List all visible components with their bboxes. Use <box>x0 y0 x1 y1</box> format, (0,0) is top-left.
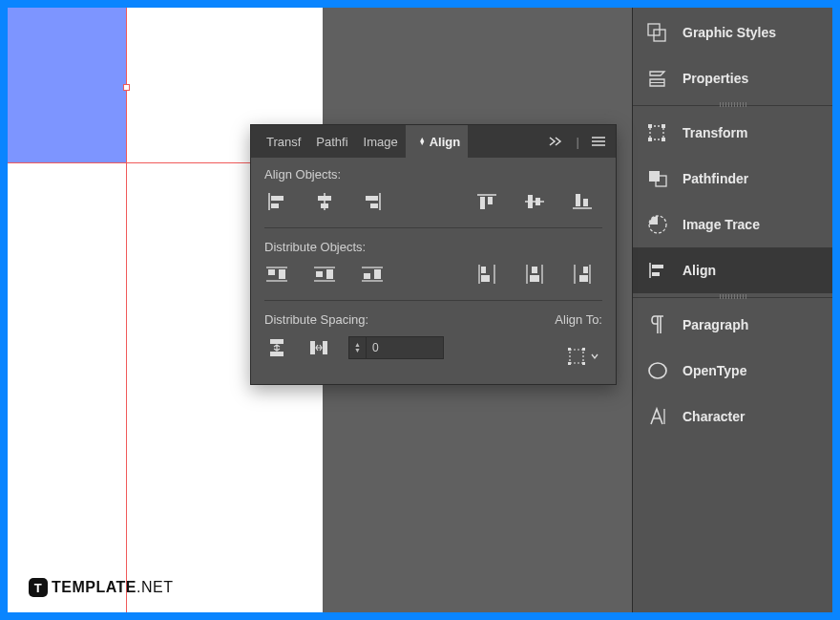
sidebar-item-opentype[interactable]: OpenType <box>633 348 832 394</box>
sidebar-label: Properties <box>682 71 748 86</box>
svg-rect-5 <box>662 124 665 128</box>
svg-rect-26 <box>366 196 378 201</box>
tab-label: Transf <box>266 135 301 149</box>
sidebar-label: Pathfinder <box>682 171 748 186</box>
align-left-button[interactable] <box>264 191 289 212</box>
transform-icon <box>646 121 669 144</box>
tab-transform[interactable]: Transf <box>259 125 308 158</box>
sidebar-divider <box>633 297 832 298</box>
align-right-button[interactable] <box>360 191 385 212</box>
distribute-top-button[interactable] <box>264 264 289 285</box>
distribute-objects-section: Distribute Objects: <box>251 230 616 298</box>
tab-label: Image <box>364 135 398 149</box>
svg-rect-46 <box>364 273 370 279</box>
svg-rect-4 <box>648 124 652 128</box>
align-top-button[interactable] <box>474 191 499 212</box>
sidebar-label: Image Trace <box>682 217 760 232</box>
distribute-vcenter-button[interactable] <box>312 264 337 285</box>
svg-rect-24 <box>321 203 328 208</box>
tab-pathfinder[interactable]: Pathfi <box>308 125 355 158</box>
selection-handle[interactable] <box>123 84 130 91</box>
guide-vertical <box>126 8 127 612</box>
distribute-vspace-button[interactable] <box>264 337 289 358</box>
panel-tabs: Transf Pathfi Image ▲▼ Align | <box>251 125 616 158</box>
svg-rect-56 <box>530 275 539 282</box>
svg-rect-55 <box>532 267 537 273</box>
align-to-dropdown[interactable] <box>564 346 602 367</box>
paragraph-icon <box>646 313 669 336</box>
align-icon <box>646 259 669 282</box>
sidebar-item-character[interactable]: Character <box>633 394 832 439</box>
selected-object[interactable] <box>8 8 127 162</box>
spacing-value: 0 <box>367 341 385 354</box>
sidebar-item-properties[interactable]: Properties <box>633 55 832 101</box>
align-panel: Transf Pathfi Image ▲▼ Align | Align Obj… <box>250 124 617 385</box>
svg-rect-13 <box>652 272 660 276</box>
sidebar-label: Paragraph <box>682 317 748 332</box>
section-label: Align To: <box>497 312 602 327</box>
align-objects-section: Align Objects: <box>251 158 616 225</box>
svg-rect-36 <box>583 199 588 206</box>
svg-rect-27 <box>370 203 378 208</box>
distribute-bottom-button[interactable] <box>360 264 385 285</box>
spacing-value-field[interactable]: ▲▼ 0 <box>348 336 444 359</box>
image-trace-icon <box>646 213 669 236</box>
tab-image-trace[interactable]: Image <box>356 125 406 158</box>
sidebar-item-transform[interactable]: Transform <box>633 110 832 156</box>
character-icon <box>646 405 669 428</box>
tab-align[interactable]: ▲▼ Align <box>406 125 468 158</box>
distribute-hspace-button[interactable] <box>306 337 331 358</box>
align-vcenter-button[interactable] <box>522 191 547 212</box>
svg-rect-38 <box>268 269 275 275</box>
svg-rect-64 <box>323 341 327 354</box>
opentype-icon <box>646 359 669 382</box>
updown-icon: ▲▼ <box>419 138 426 145</box>
panel-menu-button[interactable] <box>585 125 612 158</box>
section-label: Distribute Spacing: <box>264 312 484 327</box>
pathfinder-icon <box>646 167 669 190</box>
svg-rect-59 <box>583 267 588 273</box>
svg-rect-29 <box>480 197 485 209</box>
svg-rect-42 <box>316 271 323 277</box>
section-label: Align Objects: <box>264 167 602 182</box>
svg-rect-32 <box>528 195 533 208</box>
svg-rect-23 <box>318 196 331 201</box>
svg-rect-66 <box>568 348 571 351</box>
stepper-icon[interactable]: ▲▼ <box>349 337 367 358</box>
sidebar-item-image-trace[interactable]: Image Trace <box>633 202 832 247</box>
expand-panel-button[interactable] <box>542 125 571 158</box>
svg-rect-20 <box>271 196 284 201</box>
sidebar-label: Character <box>682 409 745 424</box>
svg-rect-68 <box>568 362 571 365</box>
svg-rect-33 <box>536 198 540 205</box>
sidebar-divider <box>633 105 832 106</box>
watermark: T TEMPLATE.NET <box>29 578 173 597</box>
sidebar-item-graphic-styles[interactable]: Graphic Styles <box>633 10 832 55</box>
svg-rect-21 <box>271 203 279 208</box>
align-bottom-button[interactable] <box>570 191 595 212</box>
distribute-hcenter-button[interactable] <box>522 264 547 285</box>
svg-rect-35 <box>576 194 580 206</box>
svg-rect-39 <box>279 269 285 279</box>
svg-rect-69 <box>582 362 585 365</box>
graphic-styles-icon <box>646 21 669 44</box>
sidebar-item-pathfinder[interactable]: Pathfinder <box>633 156 832 202</box>
align-hcenter-button[interactable] <box>312 191 337 212</box>
distribute-right-button[interactable] <box>570 264 595 285</box>
divider <box>264 300 602 301</box>
align-to-section: Align To: <box>497 312 602 367</box>
sidebar-item-align[interactable]: Align <box>633 247 832 293</box>
svg-rect-51 <box>481 267 486 273</box>
divider <box>264 227 602 228</box>
properties-icon <box>646 67 669 90</box>
svg-rect-7 <box>662 138 665 141</box>
sidebar-label: Graphic Styles <box>682 25 776 40</box>
distribute-left-button[interactable] <box>474 264 499 285</box>
sidebar-item-paragraph[interactable]: Paragraph <box>633 302 832 348</box>
watermark-suffix: .NET <box>136 579 173 595</box>
watermark-brand: TEMPLATE <box>52 579 136 595</box>
svg-rect-47 <box>374 269 381 279</box>
tab-label: Align <box>430 135 461 149</box>
side-panel: Graphic Styles Properties Transform <box>632 8 832 612</box>
sidebar-label: Transform <box>682 125 747 140</box>
